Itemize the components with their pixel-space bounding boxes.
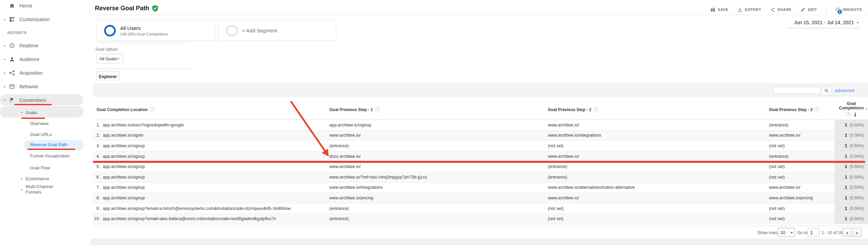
table-row: 10. app.archbee.io/signup?email=alex.bal… [93,214,868,224]
column-header-goal-previous-step-3[interactable]: Goal Previous Step - 3 ? [767,96,835,120]
cell-goal-previous-step-1: app.archbee.io/signup [328,120,546,130]
share-icon [770,7,775,12]
cell-goal-previous-step-3: (not set) [767,203,835,214]
row-rank: 10. [93,214,101,224]
cell-goal-previous-step-3: (not set) [767,141,835,151]
cell-goal-previous-step-3: www.archbee.io/ [767,183,835,193]
column-header-goal-completions[interactable]: Goal Completions ? ↓ [835,96,868,120]
cell-goal-completions: 1 (5.56%) [835,141,868,151]
chevron-right-icon: ▸ [20,177,24,180]
header-actions: SAVE EXPORT SHARE EDIT 1 INSIGHTS [710,6,862,13]
sort-descending-icon[interactable]: ↓ [865,105,868,111]
page-background-strip [90,239,868,245]
help-icon[interactable]: ? [593,107,598,112]
table-row: 1. app.archbee.io/docs?signedupwith=goog… [93,120,868,131]
cell-goal-previous-step-1: (entrance) [328,203,546,214]
go-to-page-input[interactable] [808,228,819,236]
row-rank: 4. [93,151,101,162]
cell-goal-previous-step-2: www.archbee.io/ [546,193,767,203]
row-rank: 5. [93,162,101,172]
sidebar-item-label: Customization [19,17,50,22]
cell-goal-completions: 1 (5.56%) [835,183,868,193]
column-header-goal-completion-location[interactable]: Goal Completion Location ? [93,96,328,120]
cell-goal-previous-step-3: (not set) [767,172,835,182]
panel-divider [92,68,190,69]
cell-goal-previous-step-1: www.archbee.io/pricing [328,193,546,203]
sidebar-item-label: Multi-Channel Funnels [26,184,70,195]
header-divider [90,15,868,15]
cell-goal-completions: 1 (5.56%) [835,151,868,162]
row-rank: 7. [93,183,101,193]
cell-goal-completion-location: app.archbee.io/signup?email=a.hirsch@env… [101,203,328,214]
customization-icon [9,16,15,22]
table-row: 7. app.archbee.io/signup www.archbee.io/… [93,183,868,193]
goal-option-dropdown[interactable]: All Goals ▼ [96,54,123,63]
next-page-button[interactable]: › [852,228,862,237]
cell-goal-previous-step-1: www.archbee.io/integrations [328,183,546,193]
save-button[interactable]: SAVE [710,7,728,12]
segment-all-users[interactable]: All Users 100.00% Goal Completions [96,20,215,41]
rows-range-label: 1 - 10 of 18 [822,230,842,235]
table-row: 3. app.archbee.io/signup (entrance) (not… [93,141,868,151]
go-to-label: Go to: [797,230,809,235]
person-icon [9,56,15,62]
cell-goal-previous-step-3: (entrance) [767,120,835,130]
row-rank: 6. [93,172,101,182]
export-button[interactable]: EXPORT [737,7,761,12]
cell-goal-completion-location: app.archbee.io/signup [101,151,328,162]
data-quality-shield-icon [152,5,158,12]
cell-goal-completions: 1 (5.56%) [835,203,868,214]
cell-goal-previous-step-2: www.archbee.io/alternatives/notion-alter… [546,183,767,193]
table-header-row: Goal Completion Location ? Goal Previous… [93,96,868,120]
add-segment-button[interactable]: + Add Segment [218,20,336,41]
search-input[interactable] [773,87,821,94]
cell-goal-completions: 1 (5.56%) [835,172,868,182]
chevron-right-icon: ▸ [3,85,7,88]
search-button[interactable] [821,87,831,95]
help-icon[interactable]: ? [846,112,851,117]
column-header-goal-previous-step-1[interactable]: Goal Previous Step - 1 ? [328,96,546,120]
table-row: 6. app.archbee.io/signup www.archbee.io/… [93,172,868,183]
chevron-right-icon: ▸ [3,58,7,61]
sidebar-item-label: Realtime [19,43,38,48]
table-body: 1. app.archbee.io/docs?signedupwith=goog… [93,120,868,224]
sidebar-item-label: Acquisition [19,70,43,76]
chevron-right-icon: ▸ [20,188,24,191]
insights-button[interactable]: 1 INSIGHTS [835,7,862,13]
sidebar-item-label: Funnel Visualization [30,153,74,159]
cell-goal-completions: 1 (5.56%) [835,193,868,203]
sidebar-item-label: Reverse Goal Path [30,142,68,147]
help-icon[interactable]: ? [375,107,380,112]
chevron-down-icon: ▾ [857,21,858,25]
cell-goal-previous-step-3: (not set) [767,214,835,224]
help-icon[interactable]: ? [814,107,820,112]
cell-goal-completions: 1 (5.56%) [835,214,868,224]
cell-goal-previous-step-2: www.archbee.io/integrations [546,131,767,141]
table-row: 8. app.archbee.io/signup www.archbee.io/… [93,193,868,203]
row-rank: 9. [93,203,101,214]
share-button[interactable]: SHARE [770,7,792,12]
cell-goal-previous-step-1: www.archbee.io/ [328,162,546,172]
save-icon [710,7,715,12]
cell-goal-completion-location: app.archbee.io/signin [101,131,328,141]
panel-divider [92,43,190,43]
cell-goal-previous-step-2: (not set) [546,214,767,224]
previous-page-button[interactable]: ‹ [842,228,852,237]
goal-option-value: All Goals [99,56,117,61]
show-rows-select[interactable]: 10 ▾ [778,228,795,237]
edit-button[interactable]: EDIT [800,7,817,12]
sidebar-item-label: Home [19,3,32,9]
help-icon[interactable]: ? [150,107,155,112]
table-toolbar [93,83,868,96]
cell-goal-completion-location: app.archbee.io/signup [101,172,328,182]
goal-option-label: Goal Option: [96,47,118,52]
date-range-picker[interactable]: Jun 15, 2021 - Jul 14, 2021 ▾ [794,20,858,25]
column-header-goal-previous-step-2[interactable]: Goal Previous Step - 2 ? [546,96,767,120]
cell-goal-previous-step-3: www.archbee.io/pricing [767,193,835,203]
row-rank: 8. [93,193,101,203]
tab-explorer[interactable]: Explorer [96,71,119,81]
cell-goal-previous-step-1: (entrance) [328,214,546,224]
chevron-right-icon: ▸ [3,44,7,47]
advanced-search-link[interactable]: advanced [835,88,854,93]
insights-icon: 1 [835,7,840,13]
